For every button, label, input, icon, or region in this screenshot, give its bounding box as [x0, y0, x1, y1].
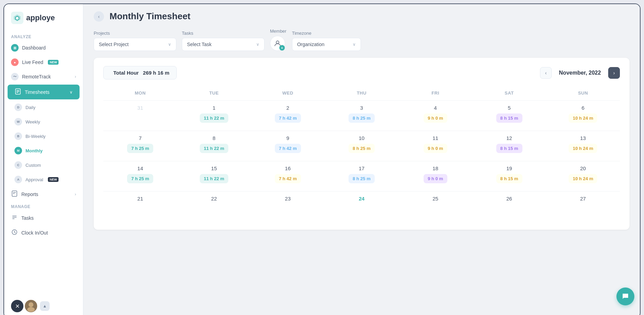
sidebar-label-clockinout: Clock In/Out	[21, 230, 48, 236]
member-button[interactable]: +	[270, 36, 285, 51]
calendar-cell[interactable]: 1511 h 22 m	[177, 161, 251, 191]
calendar-cell: 24	[325, 191, 398, 221]
member-label: Member	[270, 29, 287, 34]
timezone-label: Timezone	[292, 31, 361, 36]
cal-date: 10	[359, 135, 365, 141]
livefeed-badge: NEW	[48, 60, 59, 65]
monthly-icon: M	[14, 147, 22, 154]
cal-date: 24	[359, 196, 365, 202]
livefeed-icon: ●	[11, 58, 19, 66]
prev-month-button[interactable]: ‹	[540, 67, 552, 79]
sidebar-item-daily[interactable]: D Daily	[4, 100, 83, 115]
time-badge: 8 h 15 m	[496, 174, 522, 183]
sidebar-item-monthly[interactable]: M Monthly	[4, 143, 83, 158]
cal-date: 11	[433, 135, 438, 141]
time-badge: 11 h 22 m	[200, 174, 228, 183]
sidebar-item-dashboard[interactable]: ⊞ Dashboard	[4, 41, 83, 55]
main-content: ‹ Monthly Timesheet Projects Select Proj…	[83, 4, 640, 315]
calendar-cell[interactable]: 811 h 22 m	[177, 131, 251, 161]
calendar-cell[interactable]: 147 h 25 m	[103, 161, 177, 191]
chat-icon	[621, 292, 630, 301]
cal-date: 27	[580, 196, 586, 202]
next-month-button[interactable]: ›	[608, 67, 620, 79]
calendar-top-bar: Total Hour 269 h 16 m ‹ November, 2022 ›	[103, 66, 620, 79]
reports-chevron: ›	[75, 192, 76, 197]
time-badge: 11 h 22 m	[200, 144, 228, 153]
time-badge: 7 h 25 m	[127, 144, 153, 153]
calendar-cell: 23	[251, 191, 325, 221]
member-plus-icon: +	[279, 45, 285, 51]
current-month: November, 2022	[556, 70, 604, 76]
sidebar-item-custom[interactable]: C Custom	[4, 158, 83, 172]
page-title: Monthly Timesheet	[110, 11, 190, 22]
calendar-cell[interactable]: 128 h 15 m	[472, 131, 546, 161]
remotetrack-icon: 〜	[11, 73, 19, 80]
chat-bubble-button[interactable]	[616, 287, 634, 305]
biweekly-icon: B	[14, 132, 22, 140]
time-badge: 7 h 42 m	[275, 174, 301, 183]
scroll-up-btn[interactable]: ▲	[40, 301, 50, 311]
collapse-sidebar-button[interactable]: ‹	[94, 11, 104, 22]
timezone-chevron-icon: ∨	[353, 42, 356, 47]
content-area: Projects Select Project ∨ Tasks Select T…	[83, 22, 640, 315]
sidebar-item-tasks[interactable]: Tasks	[4, 210, 83, 225]
tasks-select[interactable]: Select Task ∨	[182, 38, 264, 51]
cal-date: 21	[137, 196, 143, 202]
calendar-cell[interactable]: 38 h 25 m	[325, 100, 398, 131]
calendar-cell[interactable]: 49 h 0 m	[398, 100, 472, 131]
sidebar-label-weekly: Weekly	[25, 119, 40, 124]
calendar-cell[interactable]: 189 h 0 m	[398, 161, 472, 191]
calendar-cell[interactable]: 108 h 25 m	[325, 131, 398, 161]
calendar-cell[interactable]: 178 h 25 m	[325, 161, 398, 191]
calendar-cell[interactable]: 610 h 24 m	[546, 100, 620, 131]
sidebar: apploye Analyze ⊞ Dashboard ● Live Feed …	[4, 4, 83, 315]
tasks-filter-group: Tasks Select Task ∨	[182, 31, 264, 51]
cal-date: 31	[137, 105, 143, 111]
tasks-chevron-icon: ∨	[256, 42, 259, 47]
sidebar-bottom: ✕ ▲	[4, 294, 83, 315]
sidebar-item-clockinout[interactable]: Clock In/Out	[4, 225, 83, 240]
cal-date: 26	[506, 196, 512, 202]
calendar-cell[interactable]: 198 h 15 m	[472, 161, 546, 191]
sidebar-item-biweekly[interactable]: B Bi-Weekly	[4, 129, 83, 143]
member-filter-group: Member +	[270, 29, 287, 51]
tasks-icon	[11, 214, 18, 222]
calendar-cell[interactable]: 58 h 15 m	[472, 100, 546, 131]
calendar-cell[interactable]: 97 h 42 m	[251, 131, 325, 161]
time-badge: 8 h 15 m	[496, 113, 522, 123]
calendar-cell[interactable]: 111 h 22 m	[177, 100, 251, 131]
calendar-day-header: THU	[325, 88, 398, 100]
cal-date: 3	[360, 105, 363, 111]
calendar-cell[interactable]: 77 h 25 m	[103, 131, 177, 161]
calendar-cell[interactable]: 2010 h 24 m	[546, 161, 620, 191]
cal-date: 12	[506, 135, 512, 141]
time-badge: 9 h 0 m	[424, 174, 447, 183]
cal-date: 5	[508, 105, 510, 111]
daily-icon: D	[14, 104, 22, 111]
app-name: apploye	[26, 13, 55, 22]
timezone-select[interactable]: Organization ∨	[292, 38, 361, 51]
timezone-value: Organization	[297, 42, 324, 47]
remotetrack-chevron: ›	[75, 74, 76, 79]
projects-filter-group: Projects Select Project ∨	[94, 31, 176, 51]
calendar-cell[interactable]: 27 h 42 m	[251, 100, 325, 131]
sidebar-item-weekly[interactable]: W Weekly	[4, 115, 83, 129]
calendar-card: Total Hour 269 h 16 m ‹ November, 2022 ›…	[94, 58, 630, 230]
projects-select[interactable]: Select Project ∨	[94, 38, 176, 51]
svg-point-14	[27, 307, 35, 312]
sidebar-item-timesheets[interactable]: Timesheets ∨	[8, 85, 80, 99]
time-badge: 10 h 24 m	[569, 174, 597, 183]
time-badge: 8 h 15 m	[496, 144, 522, 153]
calendar-cell[interactable]: 119 h 0 m	[398, 131, 472, 161]
calendar-cell[interactable]: 1310 h 24 m	[546, 131, 620, 161]
sidebar-item-approval[interactable]: A Approval NEW	[4, 172, 83, 187]
tasks-label: Tasks	[182, 31, 264, 36]
sidebar-item-livefeed[interactable]: ● Live Feed NEW	[4, 55, 83, 69]
time-badge: 8 h 25 m	[349, 113, 375, 123]
avatar-user	[25, 300, 37, 312]
calendar-cell[interactable]: 167 h 42 m	[251, 161, 325, 191]
sidebar-label-monthly: Monthly	[25, 148, 43, 153]
sidebar-item-remotetrack[interactable]: 〜 RemoteTrack ›	[4, 69, 83, 84]
calendar-nav: ‹ November, 2022 ›	[540, 67, 620, 79]
sidebar-item-reports[interactable]: Reports ›	[4, 187, 83, 202]
